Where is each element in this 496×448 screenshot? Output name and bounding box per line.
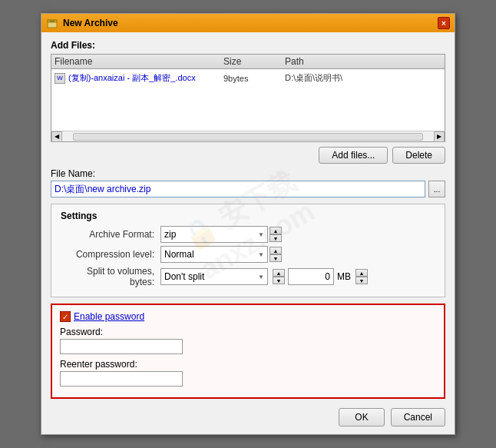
new-archive-window: New Archive × Add Files: Filename Size P… [41, 13, 455, 435]
close-button[interactable]: × [438, 17, 450, 29]
mb-spin-up[interactable]: ▲ [355, 269, 368, 277]
table-row[interactable]: W (复制)-anxaizai - 副本_解密_.docx 9bytes D:\… [51, 71, 445, 85]
password-input[interactable] [60, 339, 183, 354]
compression-spin-up[interactable]: ▲ [269, 247, 282, 254]
split-label: Split to volumes, bytes: [61, 266, 160, 287]
compression-level-arrow: ▼ [258, 251, 264, 258]
filename-label: File Name: [51, 168, 445, 179]
archive-format-spin: ▲ ▼ [269, 227, 282, 242]
mb-spin: ▲ ▼ [355, 269, 368, 284]
col-header-size: Size [223, 56, 285, 67]
split-spin-up[interactable]: ▲ [273, 269, 285, 277]
mb-label: MB [337, 271, 351, 282]
filename-input[interactable] [51, 181, 425, 197]
bottom-buttons: OK Cancel [51, 405, 445, 426]
split-spin: ▲ ▼ [273, 269, 285, 284]
split-select[interactable]: Don't split ▼ [160, 268, 268, 285]
enable-password-label[interactable]: Enable password [74, 311, 144, 322]
reenter-label: Reenter password: [60, 359, 436, 370]
enable-password-row: ✓ Enable password [60, 311, 436, 322]
split-arrow: ▼ [258, 274, 264, 280]
col-header-filename: Filename [55, 56, 223, 67]
add-files-label: Add Files: [51, 40, 445, 51]
add-files-button[interactable]: Add files... [319, 147, 388, 164]
file-table-body: W (复制)-anxaizai - 副本_解密_.docx 9bytes D:\… [51, 69, 445, 131]
compression-level-spin: ▲ ▼ [269, 247, 282, 262]
filename-section: File Name: ... [51, 168, 445, 197]
svg-rect-2 [50, 21, 55, 22]
password-section: ✓ Enable password Password: Reenter pass… [51, 304, 445, 399]
file-table: Filename Size Path W (复制)-anxaizai - 副本_… [51, 54, 445, 142]
archive-format-label: Archive Format: [61, 229, 160, 240]
archive-icon [46, 17, 58, 29]
horizontal-scrollbar[interactable]: ◀ ▶ [51, 131, 445, 141]
compression-level-row: Compression level: Normal ▼ ▲ ▼ [61, 246, 435, 263]
compression-spin-down[interactable]: ▼ [269, 254, 282, 262]
archive-format-arrow: ▼ [258, 231, 264, 238]
ok-button[interactable]: OK [339, 408, 384, 426]
scroll-left-btn[interactable]: ◀ [51, 131, 62, 142]
scroll-right-btn[interactable]: ▶ [434, 131, 445, 142]
title-bar-left: New Archive [46, 17, 118, 29]
file-table-header: Filename Size Path [51, 55, 445, 69]
title-bar: New Archive × [41, 14, 455, 32]
cell-path: D:\桌面\说明书\ [285, 72, 441, 84]
browse-button[interactable]: ... [428, 181, 445, 197]
split-controls: Don't split ▼ ▲ ▼ MB ▲ ▼ [160, 268, 368, 285]
mb-spin-down[interactable]: ▼ [355, 277, 368, 284]
password-field-group: Password: [60, 327, 436, 359]
cancel-button[interactable]: Cancel [391, 408, 445, 426]
cell-size: 9bytes [223, 74, 285, 83]
cell-filename: W (复制)-anxaizai - 副本_解密_.docx [55, 72, 223, 84]
archive-format-spin-down[interactable]: ▼ [269, 234, 282, 242]
file-action-buttons: Add files... Delete [51, 147, 445, 164]
archive-format-row: Archive Format: zip ▼ ▲ ▼ [61, 226, 435, 243]
settings-title: Settings [61, 211, 435, 221]
col-header-path: Path [285, 56, 441, 67]
file-icon: W [55, 73, 65, 84]
reenter-password-input[interactable] [60, 371, 183, 387]
delete-button[interactable]: Delete [392, 147, 445, 164]
compression-level-select[interactable]: Normal ▼ [160, 246, 268, 263]
split-row: Split to volumes, bytes: Don't split ▼ ▲… [61, 266, 435, 287]
archive-format-spin-up[interactable]: ▲ [269, 227, 282, 234]
compression-level-label: Compression level: [61, 249, 160, 260]
enable-password-checkbox[interactable]: ✓ [60, 311, 71, 322]
archive-format-select[interactable]: zip ▼ [160, 226, 268, 243]
filename-row: ... [51, 181, 445, 197]
window-title: New Archive [63, 18, 118, 28]
settings-section: Settings Archive Format: zip ▼ ▲ ▼ Compr… [51, 204, 445, 297]
scrollbar-track[interactable] [73, 133, 423, 141]
password-label: Password: [60, 327, 436, 337]
split-number-input[interactable] [288, 268, 334, 285]
split-spin-down[interactable]: ▼ [273, 277, 285, 284]
reenter-field-group: Reenter password: [60, 359, 436, 391]
